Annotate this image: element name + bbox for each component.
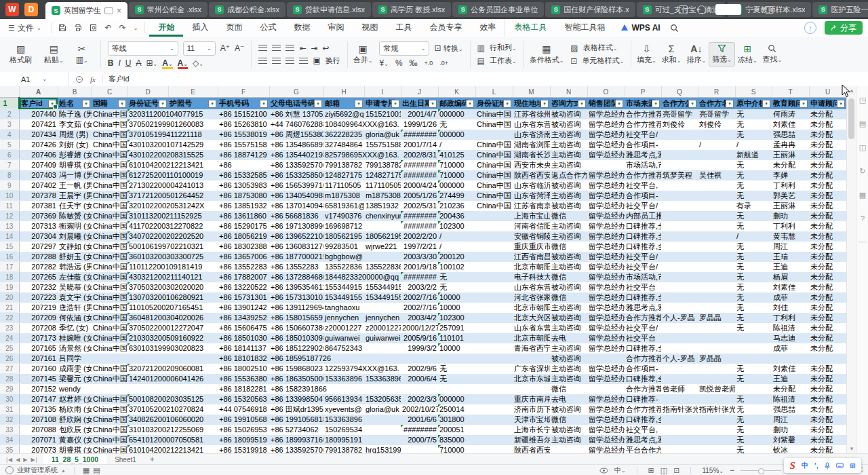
cell[interactable]: 未分配 <box>809 282 846 292</box>
menu-item-视图[interactable]: 视图 <box>353 19 387 37</box>
font-color-button[interactable]: A⌄ <box>178 58 188 68</box>
cell[interactable] <box>475 374 513 384</box>
row-number[interactable]: 25 <box>0 343 19 354</box>
cell[interactable]: 未分配 <box>809 140 846 150</box>
find-button[interactable]: 查找⌄ <box>760 43 785 66</box>
rows-cols-button[interactable]: 行和列⌄ <box>490 43 517 53</box>
menu-item-会员专享[interactable]: 会员专享 <box>420 19 471 37</box>
cell[interactable] <box>475 303 513 313</box>
cell[interactable]: +86 1370140948 <box>269 201 323 211</box>
cell[interactable]: 王丽淋 <box>772 150 809 160</box>
conditional-format-button[interactable]: ▦ 条件格式⌄ <box>527 43 567 66</box>
cell[interactable]: 被动咨询 <box>550 201 587 211</box>
menu-item-插入[interactable]: 插入 <box>183 19 217 37</box>
cell[interactable]: 未分配 <box>809 252 846 262</box>
cell[interactable]: 刘紫馨 <box>772 435 809 445</box>
cell[interactable]: China中国 <box>92 404 127 415</box>
cell[interactable] <box>475 313 513 323</box>
cell[interactable]: 留学总经办 <box>587 282 625 292</box>
cell[interactable]: 主动咨询 <box>550 191 587 201</box>
cell[interactable] <box>698 333 735 343</box>
cell[interactable]: 301800 <box>438 415 475 425</box>
menu-item-审阅[interactable]: 审阅 <box>319 19 353 37</box>
cell[interactable]: ######## <box>401 130 438 140</box>
cell[interactable] <box>550 445 587 454</box>
cell[interactable]: 未分配 <box>809 262 846 272</box>
cell[interactable]: 社交平台/ <box>625 201 661 211</box>
cell[interactable]: +86 19910568 <box>218 415 269 425</box>
cell[interactable]: +86 1899937166 <box>269 435 323 445</box>
cell[interactable]: 刘素佳 <box>772 364 809 374</box>
cell[interactable]: 无 <box>735 130 772 140</box>
cell[interactable]: ######## <box>401 160 438 170</box>
cell[interactable]: 北京市朝阳 <box>513 262 550 272</box>
filter-icon[interactable]: ▾ <box>578 100 586 108</box>
cell[interactable]: 207304 <box>19 231 58 242</box>
filter-icon[interactable]: ▾ <box>762 100 770 108</box>
cell[interactable]: gloria@uk <box>364 130 401 140</box>
cell[interactable]: 留学总经办 <box>587 180 625 191</box>
column-header[interactable]: 原中介机▾ <box>735 98 772 109</box>
share-button[interactable]: 分享 <box>825 21 863 35</box>
cell[interactable]: +86 1396522100 <box>269 231 323 242</box>
cell[interactable]: 320311200104077915 <box>127 109 168 119</box>
cell[interactable]: 山东省菏泽 <box>513 191 550 201</box>
cell[interactable]: 2001/4/7 <box>401 109 438 119</box>
cell[interactable]: 未分配 <box>809 415 846 425</box>
cell[interactable]: 马志迪 <box>772 333 809 343</box>
cell[interactable] <box>475 333 513 343</box>
cell[interactable]: 留学总经办 <box>587 221 625 231</box>
fill-button[interactable]: ⇩ 填充⌄ <box>634 43 659 66</box>
cell[interactable]: 未分配 <box>809 323 846 333</box>
column-header[interactable]: 咨询方式▾ <box>550 98 587 109</box>
cell[interactable]: 122593794XXX@163. <box>323 364 364 374</box>
cell[interactable]: 825798695XXX@163. <box>323 150 364 160</box>
cell[interactable]: +86 18141137 <box>218 343 269 354</box>
cell[interactable]: 360481200304020026 <box>127 313 168 323</box>
cell[interactable] <box>698 130 735 140</box>
cell[interactable] <box>475 272 513 282</box>
cell[interactable] <box>401 384 438 394</box>
cell[interactable]: 无 <box>735 211 772 221</box>
cell[interactable]: 无 <box>735 313 772 323</box>
cell[interactable]: 无 <box>735 445 772 454</box>
cell[interactable]: 207223 <box>19 292 58 303</box>
cell[interactable]: 210236 <box>438 201 475 211</box>
cell[interactable]: 无 <box>735 262 772 272</box>
cell[interactable]: 无 <box>735 435 772 445</box>
cell[interactable]: +86 18099519 <box>218 435 269 445</box>
cell[interactable]: 207406 <box>19 150 58 160</box>
cell[interactable]: / <box>438 242 475 252</box>
cell[interactable]: China中国 <box>92 394 127 404</box>
cell[interactable]: 207145 <box>19 374 58 384</box>
cell[interactable]: 舒欣娴 (女 <box>58 415 92 425</box>
cell[interactable]: 153363896 <box>323 415 364 425</box>
cell[interactable]: 合作方推荐 <box>625 404 661 415</box>
cell[interactable]: +86 13053983 <box>218 180 269 191</box>
cell[interactable]: 99283501 <box>323 242 364 252</box>
sogou-logo[interactable]: S <box>790 460 795 472</box>
cell[interactable]: 无 <box>735 292 772 303</box>
column-header[interactable]: 国籍▾ <box>92 98 127 109</box>
cell[interactable]: 未分配 <box>809 160 846 170</box>
cell[interactable]: China中国 <box>92 242 127 252</box>
cell[interactable]: 留学总经办 <box>587 211 625 221</box>
cell[interactable]: 2001/7/14 <box>401 140 438 150</box>
cell[interactable]: 无 <box>735 180 772 191</box>
file-tab[interactable]: S常州公积金 .xlsx <box>129 2 208 17</box>
cell[interactable]: 2003/3/30 <box>401 252 438 262</box>
cell[interactable]: 153363896 <box>364 374 401 384</box>
column-header[interactable]: 邮政编码▾ <box>438 98 475 109</box>
cell[interactable]: 207219 <box>19 303 58 313</box>
close-button[interactable]: × <box>783 4 788 15</box>
cell[interactable]: 500108200203035125 <box>127 394 168 404</box>
file-tab[interactable]: S贷款申请信息.xlsx <box>287 2 371 17</box>
file-tab[interactable]: S英国留学生× <box>45 2 127 19</box>
cell[interactable]: 257091 <box>438 323 475 333</box>
cell[interactable]: 未分配 <box>809 119 846 130</box>
cell[interactable]: 未分配 <box>809 404 846 415</box>
cell[interactable] <box>475 292 513 303</box>
cell[interactable]: +86 1335925706 <box>269 445 323 454</box>
cell[interactable]: 未分配 <box>809 303 846 313</box>
cell[interactable]: 无 <box>438 272 475 282</box>
